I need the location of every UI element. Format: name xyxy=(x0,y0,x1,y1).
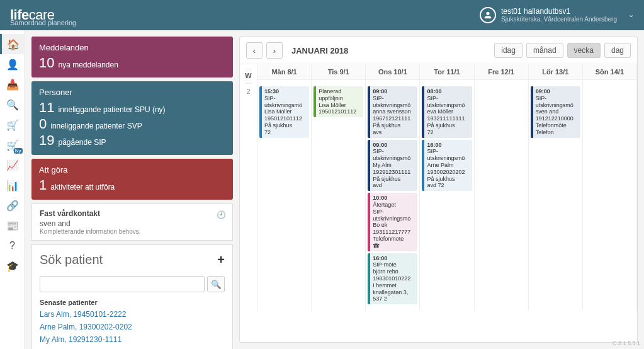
search-icon[interactable]: 🔍 xyxy=(0,94,25,115)
calendar-event[interactable]: 09:00SIP-utskrivningsmösven and191212210… xyxy=(531,86,580,138)
cart-new-icon[interactable]: 🛒Ny xyxy=(0,135,25,155)
user-name: test01 hallandutbsv1 xyxy=(501,7,617,16)
view-day[interactable]: dag xyxy=(604,43,631,58)
card-messages[interactable]: Meddelanden 10nya meddelanden xyxy=(31,37,233,77)
view-month[interactable]: månad xyxy=(526,43,563,58)
sidebar: » 🏠 👤 📥 🔍 🛒 🛒Ny 📈 📊 🔗 📰 ? 🎓 xyxy=(0,30,25,349)
clock-icon: 🕘 xyxy=(217,210,226,219)
chevron-down-icon: ⌄ xyxy=(628,11,634,19)
search-button[interactable]: 🔍 xyxy=(207,276,225,292)
card-contact[interactable]: Fast vårdkontakt sven and Kompletterande… xyxy=(31,203,233,241)
view-today[interactable]: idag xyxy=(494,43,523,58)
recent-patient[interactable]: My Alm, 19291230-1111 xyxy=(40,335,225,344)
sidebar-toggle-icon[interactable]: » xyxy=(9,24,13,31)
recent-patient[interactable]: Arne Palm, 19300202-0202 xyxy=(40,323,225,331)
report-icon[interactable]: 📊 xyxy=(0,175,25,195)
calendar-event[interactable]: 09:00SIP-utskrivningsmöanna svensson1967… xyxy=(368,86,417,138)
search-title: Sök patient xyxy=(40,253,103,267)
calendar-event[interactable]: 09:00SIP-utskrivningsmöMy Alm19291230111… xyxy=(368,140,417,192)
search-input[interactable] xyxy=(40,276,205,292)
app-header: lifecare Samordnad planering test01 hall… xyxy=(0,0,644,30)
grad-icon[interactable]: 🎓 xyxy=(0,256,25,276)
logo: lifecare Samordnad planering xyxy=(10,7,55,23)
version-label: C.2.1 5.3.1 xyxy=(613,340,640,346)
calendar-event[interactable]: 15:30SIP-utskrivningsmöLisa Möller195012… xyxy=(259,86,309,138)
calendar: ‹ › JANUARI 2018 idag månad vecka dag W … xyxy=(239,37,638,343)
prev-button[interactable]: ‹ xyxy=(246,42,263,59)
help-icon[interactable]: ? xyxy=(0,236,25,256)
calendar-event[interactable]: 16:00SIP-mötebjörn rehn198301010222I hem… xyxy=(368,253,417,305)
add-patient-icon[interactable]: + xyxy=(217,253,225,267)
person-icon[interactable]: 👤 xyxy=(0,54,25,74)
news-icon[interactable]: 📰 xyxy=(0,215,25,236)
link-icon[interactable]: 🔗 xyxy=(0,195,25,215)
app-subtitle: Samordnad planering xyxy=(10,19,76,26)
user-role: Sjuksköterska, Vårdcentralen Andersberg xyxy=(501,16,617,23)
home-icon[interactable]: 🏠 xyxy=(0,34,25,54)
card-persons[interactable]: Personer 11inneliggande patienter SPU (n… xyxy=(31,81,233,155)
search-panel: Sök patient + 🔍 Senaste patienter Lars A… xyxy=(31,244,233,349)
chart-icon[interactable]: 📈 xyxy=(0,155,25,175)
view-week[interactable]: vecka xyxy=(567,43,601,58)
card-todo[interactable]: Att göra 1aktiviteter att utföra xyxy=(31,159,233,200)
user-menu[interactable]: test01 hallandutbsv1 Sjuksköterska, Vård… xyxy=(480,7,634,23)
cart-icon[interactable]: 🛒 xyxy=(0,115,25,135)
calendar-event[interactable]: 16:00SIP-utskrivningsmöArne Palm19300202… xyxy=(422,140,472,192)
calendar-title: JANUARI 2018 xyxy=(291,46,348,55)
avatar-icon xyxy=(480,7,496,23)
calendar-event[interactable]: 08:00SIP-utskrivningsmöeva Möller1932111… xyxy=(422,86,472,138)
calendar-event[interactable]: Planerad uppföljninLisa Möller1950121011… xyxy=(314,86,363,117)
next-button[interactable]: › xyxy=(266,42,283,59)
calendar-event[interactable]: 10:00ÅtertagetSIP-utskrivningsmöBo ek193… xyxy=(368,193,417,251)
inbox-icon[interactable]: 📥 xyxy=(0,74,25,94)
recent-patient[interactable]: Lars Alm, 19450101-2222 xyxy=(40,310,225,319)
